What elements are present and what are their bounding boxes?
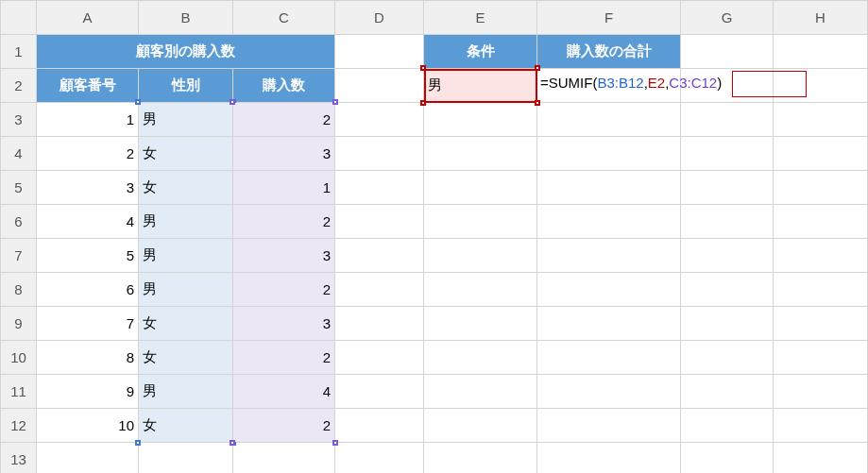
cell-G5[interactable]	[681, 171, 774, 205]
cell-F6[interactable]	[537, 205, 681, 239]
row-header-4[interactable]: 4	[1, 137, 37, 171]
cell-F10[interactable]	[537, 341, 681, 375]
cell-F5[interactable]	[537, 171, 681, 205]
row-header-3[interactable]: 3	[1, 103, 37, 137]
cell-D2[interactable]	[335, 69, 424, 103]
cell-C3[interactable]: 2	[233, 103, 335, 137]
col-header-H[interactable]: H	[774, 1, 868, 35]
cell-D13[interactable]	[335, 443, 424, 474]
cell-B11[interactable]: 男	[139, 375, 233, 409]
cell-C7[interactable]: 3	[233, 239, 335, 273]
cell-E13[interactable]	[424, 443, 537, 474]
cell-H9[interactable]	[774, 307, 868, 341]
cell-F13[interactable]	[537, 443, 681, 474]
col-header-F[interactable]: F	[537, 1, 681, 35]
cell-E12[interactable]	[424, 409, 537, 443]
cell-H3[interactable]	[774, 103, 868, 137]
cell-F12[interactable]	[537, 409, 681, 443]
col-header-A[interactable]: A	[37, 1, 139, 35]
cell-H13[interactable]	[774, 443, 868, 474]
row-header-6[interactable]: 6	[1, 205, 37, 239]
col-header-B[interactable]: B	[139, 1, 233, 35]
cell-D5[interactable]	[335, 171, 424, 205]
col-header-G[interactable]: G	[681, 1, 774, 35]
cell-B3[interactable]: 男	[139, 103, 233, 137]
spreadsheet-grid[interactable]: A B C D E F G H 1 顧客別の購入数 条件 購入数の合計 2 顧客…	[0, 0, 868, 473]
cell-F2-formula[interactable]: =SUMIF(B3:B12,E2,C3:C12)	[537, 69, 681, 103]
cell-F11[interactable]	[537, 375, 681, 409]
cell-A7[interactable]: 5	[37, 239, 139, 273]
cell-C8[interactable]: 2	[233, 273, 335, 307]
cell-B2[interactable]: 性別	[139, 69, 233, 103]
cell-F9[interactable]	[537, 307, 681, 341]
cell-G11[interactable]	[681, 375, 774, 409]
cell-A1-merged-title[interactable]: 顧客別の購入数	[37, 35, 335, 69]
cell-C5[interactable]: 1	[233, 171, 335, 205]
cell-A9[interactable]: 7	[37, 307, 139, 341]
cell-H11[interactable]	[774, 375, 868, 409]
row-header-12[interactable]: 12	[1, 409, 37, 443]
cell-H1[interactable]	[774, 35, 868, 69]
cell-G3[interactable]	[681, 103, 774, 137]
row-header-2[interactable]: 2	[1, 69, 37, 103]
cell-A10[interactable]: 8	[37, 341, 139, 375]
cell-B8[interactable]: 男	[139, 273, 233, 307]
cell-A2[interactable]: 顧客番号	[37, 69, 139, 103]
cell-B13[interactable]	[139, 443, 233, 474]
cell-F1[interactable]: 購入数の合計	[537, 35, 681, 69]
cell-C11[interactable]: 4	[233, 375, 335, 409]
cell-E7[interactable]	[424, 239, 537, 273]
cell-G12[interactable]	[681, 409, 774, 443]
cell-D8[interactable]	[335, 273, 424, 307]
cell-F4[interactable]	[537, 137, 681, 171]
row-header-7[interactable]: 7	[1, 239, 37, 273]
cell-E8[interactable]	[424, 273, 537, 307]
cell-C9[interactable]: 3	[233, 307, 335, 341]
cell-F7[interactable]	[537, 239, 681, 273]
cell-D12[interactable]	[335, 409, 424, 443]
cell-C4[interactable]: 3	[233, 137, 335, 171]
cell-H7[interactable]	[774, 239, 868, 273]
row-header-10[interactable]: 10	[1, 341, 37, 375]
cell-D9[interactable]	[335, 307, 424, 341]
cell-F3[interactable]	[537, 103, 681, 137]
cell-B6[interactable]: 男	[139, 205, 233, 239]
row-header-8[interactable]: 8	[1, 273, 37, 307]
cell-H6[interactable]	[774, 205, 868, 239]
cell-A12[interactable]: 10	[37, 409, 139, 443]
cell-A6[interactable]: 4	[37, 205, 139, 239]
cell-H4[interactable]	[774, 137, 868, 171]
cell-A11[interactable]: 9	[37, 375, 139, 409]
cell-H12[interactable]	[774, 409, 868, 443]
cell-G1[interactable]	[681, 35, 774, 69]
cell-D4[interactable]	[335, 137, 424, 171]
cell-B5[interactable]: 女	[139, 171, 233, 205]
cell-G7[interactable]	[681, 239, 774, 273]
cell-E6[interactable]	[424, 205, 537, 239]
cell-D1[interactable]	[335, 35, 424, 69]
cell-A3[interactable]: 1	[37, 103, 139, 137]
cell-D3[interactable]	[335, 103, 424, 137]
cell-A5[interactable]: 3	[37, 171, 139, 205]
cell-H5[interactable]	[774, 171, 868, 205]
cell-G9[interactable]	[681, 307, 774, 341]
cell-D7[interactable]	[335, 239, 424, 273]
cell-G10[interactable]	[681, 341, 774, 375]
row-header-5[interactable]: 5	[1, 171, 37, 205]
cell-E3[interactable]	[424, 103, 537, 137]
cell-G4[interactable]	[681, 137, 774, 171]
cell-A8[interactable]: 6	[37, 273, 139, 307]
row-header-13[interactable]: 13	[1, 443, 37, 474]
cell-F8[interactable]	[537, 273, 681, 307]
cell-D10[interactable]	[335, 341, 424, 375]
cell-B9[interactable]: 女	[139, 307, 233, 341]
col-header-D[interactable]: D	[335, 1, 424, 35]
cell-E9[interactable]	[424, 307, 537, 341]
cell-H10[interactable]	[774, 341, 868, 375]
cell-E4[interactable]	[424, 137, 537, 171]
cell-G6[interactable]	[681, 205, 774, 239]
select-all-corner[interactable]	[1, 1, 37, 35]
cell-A4[interactable]: 2	[37, 137, 139, 171]
cell-E11[interactable]	[424, 375, 537, 409]
cell-G8[interactable]	[681, 273, 774, 307]
